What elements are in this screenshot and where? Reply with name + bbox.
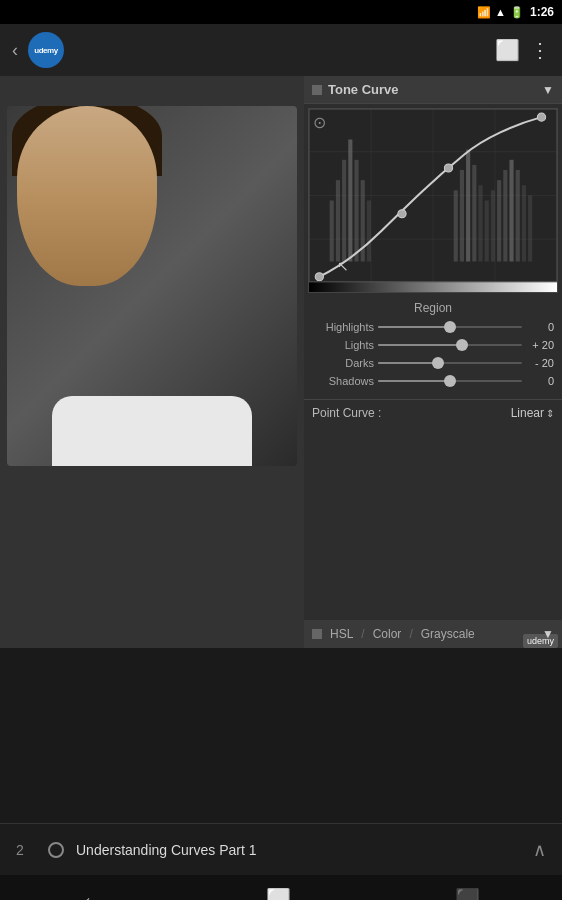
- portrait-shirt: [52, 396, 252, 466]
- panel-square-icon: [312, 85, 322, 95]
- hsl-panel-header: HSL / Color / Grayscale ▼ udemy: [304, 620, 562, 648]
- curve-settings-icon[interactable]: ⊙: [313, 113, 326, 132]
- tone-curve-header: Tone Curve ▼: [304, 76, 562, 104]
- darks-label: Darks: [312, 357, 374, 369]
- nav-home-icon[interactable]: ⬜: [266, 887, 291, 900]
- svg-point-27: [315, 273, 323, 281]
- svg-rect-6: [330, 201, 334, 262]
- curve-area[interactable]: ⊙: [308, 108, 558, 293]
- grayscale-tab[interactable]: Grayscale: [421, 627, 475, 641]
- tone-curve-path: [319, 117, 541, 277]
- svg-rect-25: [528, 195, 532, 261]
- darks-value: - 20: [526, 357, 554, 369]
- svg-rect-24: [522, 185, 526, 261]
- svg-point-28: [398, 210, 406, 218]
- lights-label: Lights: [312, 339, 374, 351]
- svg-rect-16: [472, 165, 476, 262]
- svg-rect-19: [491, 190, 495, 261]
- highlights-thumb[interactable]: [444, 321, 456, 333]
- darks-slider[interactable]: [378, 362, 522, 364]
- histogram: [330, 140, 533, 262]
- hsl-tab[interactable]: HSL: [330, 627, 353, 641]
- region-label: Region: [312, 301, 554, 315]
- status-bar: 📶 ▲ 🔋 1:26: [0, 0, 562, 24]
- signal-icon: 📶: [477, 6, 491, 19]
- svg-point-30: [537, 113, 545, 121]
- svg-rect-22: [509, 160, 513, 262]
- portrait-photo: [7, 106, 297, 466]
- shadows-label: Shadows: [312, 375, 374, 387]
- lesson-circle-icon: [48, 842, 64, 858]
- cursor-indicator: ↖: [337, 258, 349, 274]
- svg-rect-10: [354, 160, 358, 262]
- point-curve-value[interactable]: Linear ⇕: [511, 406, 554, 420]
- svg-rect-23: [516, 170, 520, 262]
- hsl-sep-1: /: [361, 627, 364, 641]
- darks-row: Darks - 20: [312, 357, 554, 369]
- svg-point-29: [444, 164, 452, 172]
- more-icon[interactable]: ⋮: [530, 38, 550, 62]
- darks-thumb[interactable]: [432, 357, 444, 369]
- footer-bar: 2 Understanding Curves Part 1 ∧: [0, 823, 562, 875]
- battery-icon: 🔋: [510, 6, 524, 19]
- highlights-row: Highlights 0: [312, 321, 554, 333]
- lights-slider[interactable]: [378, 344, 522, 346]
- highlights-slider[interactable]: [378, 326, 522, 328]
- tone-curve-panel: Tone Curve ▼ ⊙: [304, 76, 562, 620]
- nav-back-icon[interactable]: ←: [82, 888, 102, 901]
- top-toolbar: ‹ udemy ⬜ ⋮: [0, 24, 562, 76]
- hsl-sep-2: /: [409, 627, 412, 641]
- main-content: Tone Curve ▼ ⊙: [0, 76, 562, 648]
- hsl-panel-square: [312, 629, 322, 639]
- back-button[interactable]: ‹: [12, 40, 18, 61]
- svg-rect-18: [485, 201, 489, 262]
- nav-recent-icon[interactable]: ⬛: [455, 887, 480, 900]
- svg-rect-7: [336, 180, 340, 261]
- svg-rect-26: [309, 282, 557, 292]
- chevron-up-icon[interactable]: ∧: [533, 839, 546, 861]
- shadows-slider[interactable]: [378, 380, 522, 382]
- svg-rect-12: [367, 201, 371, 262]
- point-curve-label: Point Curve :: [312, 406, 381, 420]
- udemy-watermark: udemy: [523, 634, 558, 648]
- tone-curve-arrow[interactable]: ▼: [542, 83, 554, 97]
- lesson-number: 2: [16, 842, 36, 858]
- lights-thumb[interactable]: [456, 339, 468, 351]
- lesson-title[interactable]: Understanding Curves Part 1: [76, 842, 521, 858]
- udemy-logo: udemy: [28, 32, 64, 68]
- svg-rect-14: [460, 170, 464, 262]
- dark-area: [0, 648, 562, 823]
- svg-rect-9: [348, 140, 352, 262]
- tone-curve-title: Tone Curve: [328, 82, 399, 97]
- svg-rect-20: [497, 180, 501, 261]
- highlights-value: 0: [526, 321, 554, 333]
- status-time: 1:26: [530, 5, 554, 19]
- svg-rect-8: [342, 160, 346, 262]
- lights-row: Lights + 20: [312, 339, 554, 351]
- point-curve-dropdown-icon: ⇕: [546, 408, 554, 419]
- status-icons: 📶 ▲ 🔋: [477, 6, 524, 19]
- shadows-thumb[interactable]: [444, 375, 456, 387]
- point-curve-row: Point Curve : Linear ⇕: [304, 399, 562, 426]
- shadows-row: Shadows 0: [312, 375, 554, 387]
- right-panel: Tone Curve ▼ ⊙: [304, 76, 562, 648]
- svg-rect-17: [478, 185, 482, 261]
- svg-rect-21: [503, 170, 507, 262]
- photo-area: [0, 76, 304, 648]
- lights-value: + 20: [526, 339, 554, 351]
- color-tab[interactable]: Color: [373, 627, 402, 641]
- shadows-value: 0: [526, 375, 554, 387]
- highlights-label: Highlights: [312, 321, 374, 333]
- tablet-icon[interactable]: ⬜: [495, 38, 520, 62]
- portrait-face: [17, 106, 157, 286]
- nav-bar: ← ⬜ ⬛: [0, 875, 562, 900]
- region-section: Region Highlights 0 Lights: [304, 297, 562, 397]
- svg-rect-15: [466, 150, 470, 262]
- svg-rect-13: [454, 190, 458, 261]
- wifi-icon: ▲: [495, 6, 506, 18]
